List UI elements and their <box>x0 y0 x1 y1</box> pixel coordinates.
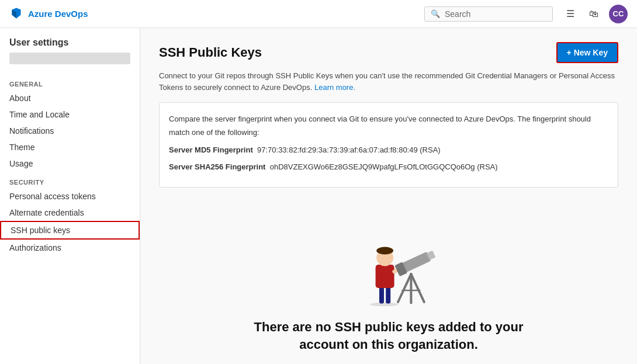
svg-rect-2 <box>386 286 390 303</box>
svg-rect-1 <box>379 286 384 303</box>
topnav: Azure DevOps 🔍 Search ☰ 🛍 CC <box>0 0 637 28</box>
sidebar-item-pat[interactable]: Personal access tokens <box>0 188 140 204</box>
fingerprint-box: Compare the server fingerprint when you … <box>159 102 618 188</box>
telescope-illustration <box>342 213 435 307</box>
fingerprint-intro: Compare the server fingerprint when you … <box>169 112 608 140</box>
search-icon: 🔍 <box>431 9 440 18</box>
app-logo[interactable]: Azure DevOps <box>9 7 88 21</box>
avatar[interactable]: CC <box>609 5 628 23</box>
svg-line-12 <box>411 274 424 302</box>
sidebar-item-alt-creds[interactable]: Alternate credentials <box>0 204 140 221</box>
content-area: SSH Public Keys + New Key Connect to you… <box>140 28 637 364</box>
description-text: Connect to your Git repos through SSH Pu… <box>159 70 618 93</box>
svg-line-10 <box>398 274 411 302</box>
sidebar-item-time-locale[interactable]: Time and Locale <box>0 106 140 123</box>
page-title: SSH Public Keys <box>159 45 262 60</box>
sidebar-title: User settings <box>0 37 140 53</box>
settings-menu-icon[interactable]: ☰ <box>560 4 581 25</box>
sidebar-section-general: General <box>0 74 140 90</box>
fingerprint-sha256: Server SHA256 Fingerprint ohD8VZEXGWo6Ez… <box>169 160 608 174</box>
content-header: SSH Public Keys + New Key <box>159 42 618 63</box>
sidebar-item-about[interactable]: About <box>0 90 140 106</box>
logo-icon <box>9 7 23 21</box>
empty-state-description: Visit the documentation to learn how to … <box>248 361 529 364</box>
search-bar[interactable]: 🔍 Search <box>424 6 553 22</box>
sidebar-item-notifications[interactable]: Notifications <box>0 123 140 139</box>
notifications-bell-icon[interactable]: 🛍 <box>583 4 604 25</box>
svg-rect-3 <box>376 265 394 288</box>
learn-more-link[interactable]: Learn more. <box>314 83 355 92</box>
topnav-icons: ☰ 🛍 CC <box>560 4 628 25</box>
svg-point-5 <box>376 247 393 254</box>
sidebar-item-authorizations[interactable]: Authorizations <box>0 240 140 256</box>
sidebar: User settings General About Time and Loc… <box>0 28 140 364</box>
sidebar-section-security: Security <box>0 172 140 188</box>
sidebar-item-ssh[interactable]: SSH public keys <box>0 221 140 240</box>
sidebar-user-placeholder <box>9 53 130 64</box>
empty-state: There are no SSH public keys added to yo… <box>159 199 618 364</box>
sidebar-item-theme[interactable]: Theme <box>0 139 140 155</box>
search-placeholder-text: Search <box>445 9 470 19</box>
main-layout: User settings General About Time and Loc… <box>0 28 637 364</box>
svg-point-0 <box>370 302 398 306</box>
app-name: Azure DevOps <box>28 9 88 19</box>
new-key-button[interactable]: + New Key <box>556 42 618 63</box>
empty-state-title: There are no SSH public keys added to yo… <box>248 318 529 355</box>
sidebar-item-usage[interactable]: Usage <box>0 155 140 172</box>
fingerprint-md5: Server MD5 Fingerprint 97:70:33:82:fd:29… <box>169 143 608 157</box>
